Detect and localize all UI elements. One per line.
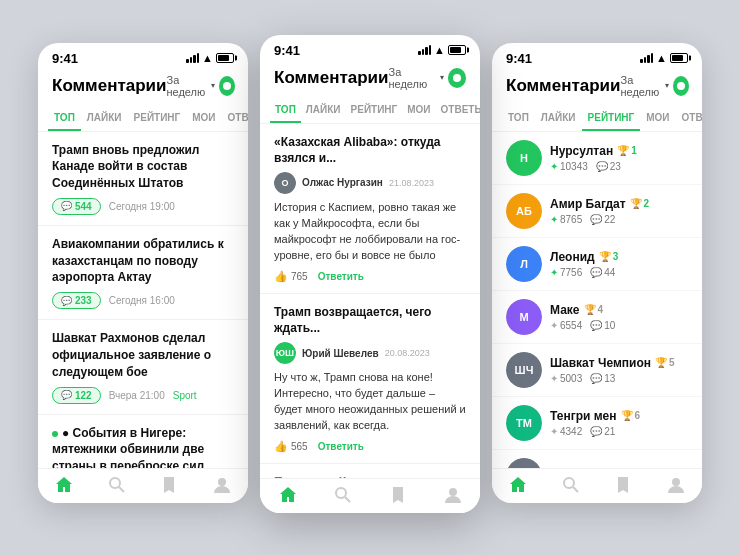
search-nav-icon-right[interactable] (561, 475, 581, 495)
news-item-1[interactable]: Трамп вновь предложил Канаде войти в сос… (38, 132, 248, 226)
rank-name-row-5: Шавкат Чемпион 🏆 5 (550, 356, 688, 370)
ranking-item-2[interactable]: АБ Амир Багдат 🏆 2 ✦ 8765 💬 22 (492, 185, 702, 238)
reply-btn-1[interactable]: Ответить (318, 271, 364, 282)
ranking-item-5[interactable]: ШЧ Шавкат Чемпион 🏆 5 ✦ 5003 💬 13 (492, 344, 702, 397)
comment-item-3[interactable]: Паводки в Казахстане: что известно к... … (260, 464, 480, 478)
wifi-icon: ▲ (202, 52, 213, 64)
tab-replies-right[interactable]: ОТВЕТЫ (676, 106, 702, 131)
rank-avatar-2: АБ (506, 193, 542, 229)
status-icons-middle: ▲ (418, 44, 466, 56)
rank-score-3: ✦ 7756 (550, 267, 582, 278)
avatar-2: ЮШ (274, 342, 296, 364)
chevron-down-icon-right: ▾ (665, 81, 669, 90)
rank-score-4: ✦ 6554 (550, 320, 582, 331)
tab-replies-left[interactable]: ОТВЕТЫ (222, 106, 248, 131)
header-right-screen: Комментарии За неделю ▾ (492, 70, 702, 106)
like-btn-2[interactable]: 👍 565 (274, 440, 308, 453)
ranking-item-4[interactable]: М Маке 🏆 4 ✦ 6554 💬 10 (492, 291, 702, 344)
tab-my-middle[interactable]: МОИ (402, 98, 435, 123)
rank-badge-4: 🏆 4 (584, 304, 604, 315)
bottom-nav-middle (260, 478, 480, 513)
tab-likes-right[interactable]: ЛАЙКИ (535, 106, 582, 131)
status-bar-middle: 9:41 ▲ (260, 35, 480, 62)
comment-badge-2: 💬 233 (52, 292, 101, 309)
ranking-item-6[interactable]: ТМ Тенгри мен 🏆 6 ✦ 4342 💬 21 (492, 397, 702, 450)
rank-name-2: Амир Багдат (550, 197, 626, 211)
home-nav-icon[interactable] (54, 475, 74, 495)
rank-name-4: Маке (550, 303, 580, 317)
svg-line-7 (573, 487, 578, 492)
reply-btn-2[interactable]: Ответить (318, 441, 364, 452)
author-row-2: ЮШ Юрий Шевелев 20.08.2023 (274, 342, 466, 364)
tab-my-right[interactable]: МОИ (640, 106, 675, 131)
news-title-4: ● События в Нигере: мятежники обвинили д… (52, 425, 234, 468)
comment-icon-2: 💬 (61, 296, 72, 306)
period-selector-right[interactable]: За неделю ▾ (620, 74, 669, 98)
news-title-1: Трамп вновь предложил Канаде войти в сос… (52, 142, 234, 192)
rank-badge-2: 🏆 2 (630, 198, 650, 209)
comment-item-1[interactable]: «Казахская Alibaba»: откуда взялся и... … (260, 124, 480, 294)
rank-info-5: Шавкат Чемпион 🏆 5 ✦ 5003 💬 13 (550, 356, 688, 384)
rank-name-row-6: Тенгри мен 🏆 6 (550, 409, 688, 423)
rank-badge-3: 🏆 3 (599, 251, 619, 262)
green-dot-right (673, 76, 689, 96)
rank-name-1: Нурсултан (550, 144, 613, 158)
search-nav-icon-mid[interactable] (333, 485, 353, 505)
left-screen: 9:41 ▲ Комментарии За неделю ▾ (38, 43, 248, 503)
author-name-1: Олжас Нургазин (302, 177, 383, 188)
time-right: 9:41 (506, 51, 532, 66)
svg-point-2 (218, 478, 226, 486)
profile-nav-icon-mid[interactable] (443, 485, 463, 505)
period-selector-left[interactable]: За неделю ▾ (166, 74, 215, 98)
news-item-2[interactable]: Авиакомпании обратились к казахстанцам п… (38, 226, 248, 320)
tab-my-left[interactable]: МОИ (186, 106, 221, 131)
comment-text-2: Ну что ж, Трамп снова на коне! Интересно… (274, 370, 466, 434)
tab-likes-left[interactable]: ЛАЙКИ (81, 106, 128, 131)
comment-date-2: 20.08.2023 (385, 348, 430, 358)
tab-top-right[interactable]: ТОП (502, 106, 535, 131)
ranking-item-3[interactable]: Л Леонид 🏆 3 ✦ 7756 💬 44 (492, 238, 702, 291)
tab-top-left[interactable]: ТОП (48, 106, 81, 131)
ranking-item-7[interactable]: ДЗ Дмитрий Забей 🏆 7 (492, 450, 702, 468)
comment-item-2[interactable]: Трамп возвращается, чего ждать... ЮШ Юри… (260, 294, 480, 464)
rank-stats-3: ✦ 7756 💬 44 (550, 267, 688, 278)
home-nav-icon-mid[interactable] (278, 485, 298, 505)
bookmark-nav-icon-mid[interactable] (388, 485, 408, 505)
search-nav-icon[interactable] (107, 475, 127, 495)
ranking-item-1[interactable]: Н Нурсултан 🏆 1 ✦ 10343 💬 23 (492, 132, 702, 185)
content-left: Трамп вновь предложил Канаде войти в сос… (38, 132, 248, 468)
time-left: 9:41 (52, 51, 78, 66)
news-item-3[interactable]: Шавкат Рахмонов сделал официальное заявл… (38, 320, 248, 414)
svg-point-3 (336, 488, 346, 498)
svg-point-5 (449, 488, 457, 496)
comment-actions-2: 👍 565 Ответить (274, 440, 466, 453)
bookmark-nav-icon[interactable] (159, 475, 179, 495)
like-btn-1[interactable]: 👍 765 (274, 270, 308, 283)
rank-badge-1: 🏆 1 (617, 145, 637, 156)
rank-avatar-7: ДЗ (506, 458, 542, 468)
rank-name-row-3: Леонид 🏆 3 (550, 250, 688, 264)
header-middle: Комментарии За неделю ▾ (260, 62, 480, 98)
tab-rating-left[interactable]: РЕЙТИНГ (128, 106, 187, 131)
news-title-2: Авиакомпании обратились к казахстанцам п… (52, 236, 234, 286)
news-item-4[interactable]: ● События в Нигере: мятежники обвинили д… (38, 415, 248, 468)
avatar-1: О (274, 172, 296, 194)
rank-info-1: Нурсултан 🏆 1 ✦ 10343 💬 23 (550, 144, 688, 172)
svg-point-6 (564, 478, 574, 488)
home-nav-icon-right[interactable] (508, 475, 528, 495)
profile-nav-icon-right[interactable] (666, 475, 686, 495)
tab-replies-middle[interactable]: ОТВЕТЫ (436, 98, 480, 123)
rank-name-3: Леонид (550, 250, 595, 264)
rank-stats-6: ✦ 4342 💬 21 (550, 426, 688, 437)
rank-stats-4: ✦ 6554 💬 10 (550, 320, 688, 331)
tab-rating-right[interactable]: РЕЙТИНГ (582, 106, 641, 131)
tab-top-middle[interactable]: ТОП (270, 98, 301, 123)
tab-likes-middle[interactable]: ЛАЙКИ (301, 98, 346, 123)
profile-nav-icon[interactable] (212, 475, 232, 495)
rank-avatar-6: ТМ (506, 405, 542, 441)
period-selector-middle[interactable]: За неделю ▾ (388, 66, 443, 90)
svg-line-1 (119, 487, 124, 492)
bookmark-nav-icon-right[interactable] (613, 475, 633, 495)
status-bar-right: 9:41 ▲ (492, 43, 702, 70)
tab-rating-middle[interactable]: РЕЙТИНГ (346, 98, 403, 123)
